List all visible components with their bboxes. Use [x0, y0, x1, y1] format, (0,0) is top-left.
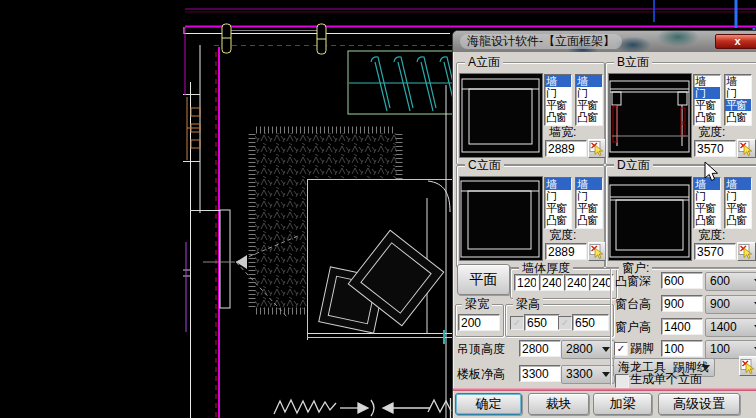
- wall-thickness-input-2[interactable]: [539, 274, 564, 291]
- elevation-b-preview[interactable]: [608, 73, 692, 158]
- list-item-wall[interactable]: 墙: [545, 178, 571, 190]
- pick-on-screen-icon: [738, 244, 753, 259]
- list-item-door[interactable]: 门: [694, 190, 720, 202]
- elevation-d-width-label: 宽度:: [698, 229, 725, 242]
- bay-depth-combo[interactable]: 600: [705, 272, 756, 291]
- elevation-c-left-wall-list[interactable]: 墙 门 平窗 凸窗: [544, 177, 572, 229]
- elevation-d-preview[interactable]: [608, 176, 692, 261]
- pick-on-screen-icon: [589, 244, 604, 259]
- elevation-c-right-wall-list[interactable]: 墙 门 平窗 凸窗: [575, 177, 603, 229]
- close-button[interactable]: x: [715, 34, 756, 49]
- pick-on-screen-icon: [740, 359, 755, 374]
- elevation-b-pick-button[interactable]: [737, 139, 756, 158]
- list-item-bay-window[interactable]: 凸窗: [694, 214, 720, 226]
- list-item-door[interactable]: 门: [545, 87, 571, 99]
- list-item-flat-window[interactable]: 平窗: [725, 99, 751, 111]
- ceiling-height-combo[interactable]: 2800: [561, 340, 615, 359]
- list-item-flat-window[interactable]: 平窗: [576, 99, 602, 111]
- elevation-c-group: C立面 墙 门 平窗 凸窗 墙 门 平窗 凸窗 宽度:: [456, 165, 605, 268]
- list-item-flat-window[interactable]: 平窗: [725, 202, 751, 214]
- add-beam-button[interactable]: 加梁: [593, 393, 652, 415]
- list-item-bay-window[interactable]: 凸窗: [725, 111, 751, 123]
- elevation-b-right-wall-list[interactable]: 墙 门 平窗 凸窗: [724, 74, 752, 126]
- wall-thickness-input-3[interactable]: [564, 274, 589, 291]
- single-elevation-label: 生成单个立面: [630, 373, 702, 386]
- elevation-c-preview[interactable]: [459, 176, 543, 261]
- app-screen: { "window": { "title": "海龍设计软件-【立面框架】", …: [0, 0, 756, 418]
- list-item-flat-window[interactable]: 平窗: [545, 202, 571, 214]
- ok-button[interactable]: 确定: [455, 393, 522, 415]
- list-item-flat-window[interactable]: 平窗: [694, 99, 720, 111]
- elevation-d-right-wall-list[interactable]: 墙 门 平窗 凸窗: [724, 177, 752, 229]
- elevation-c-label: C立面: [465, 159, 504, 172]
- sill-height-combo[interactable]: 900: [705, 295, 756, 314]
- beam-width-input[interactable]: [458, 314, 500, 331]
- advanced-settings-button[interactable]: 高级设置: [658, 393, 740, 415]
- list-item-wall[interactable]: 墙: [694, 178, 720, 190]
- single-elevation-checkbox[interactable]: ✓: [615, 374, 629, 388]
- list-item-bay-window[interactable]: 凸窗: [576, 214, 602, 226]
- tool-pick-button[interactable]: [739, 356, 756, 376]
- list-item-wall[interactable]: 墙: [725, 178, 751, 190]
- list-item-flat-window[interactable]: 平窗: [694, 202, 720, 214]
- list-item-bay-window[interactable]: 凸窗: [545, 111, 571, 123]
- skirting-label: 踢脚: [630, 342, 654, 355]
- dialog-titlebar[interactable]: 海龍设计软件-【立面框架】 x: [453, 31, 756, 52]
- beam-height-input-1[interactable]: [524, 314, 560, 331]
- pick-on-screen-icon: [738, 141, 753, 156]
- elevation-a-preview[interactable]: [459, 73, 543, 158]
- elevation-a-label: A立面: [465, 56, 503, 69]
- list-item-wall[interactable]: 墙: [694, 75, 720, 87]
- skirting-input[interactable]: [661, 340, 703, 357]
- skirting-checkbox[interactable]: ✓: [614, 342, 628, 356]
- ceiling-height-input[interactable]: [519, 340, 561, 357]
- list-item-flat-window[interactable]: 平窗: [576, 202, 602, 214]
- elevation-a-width-input[interactable]: [545, 140, 587, 157]
- elevation-a-left-wall-list[interactable]: 墙 门 平窗 凸窗: [544, 74, 572, 126]
- crop-block-button[interactable]: 裁块: [528, 393, 589, 415]
- beam-height-input-2[interactable]: [572, 314, 609, 331]
- list-item-wall[interactable]: 墙: [545, 75, 571, 87]
- floor-height-input[interactable]: [519, 365, 561, 382]
- elevation-d-width-input[interactable]: [694, 243, 736, 260]
- chevron-down-icon: [602, 347, 610, 356]
- elevation-d-pick-button[interactable]: [737, 242, 756, 261]
- list-item-door[interactable]: 门: [545, 190, 571, 202]
- list-item-door[interactable]: 门: [725, 190, 751, 202]
- wall-thickness-input-1[interactable]: [514, 274, 539, 291]
- elevation-d-left-wall-list[interactable]: 墙 门 平窗 凸窗: [693, 177, 721, 229]
- window-height-label: 窗户高: [615, 321, 651, 334]
- window-height-combo[interactable]: 1400: [705, 318, 756, 337]
- list-item-door[interactable]: 门: [694, 87, 720, 99]
- window-height-input[interactable]: [661, 318, 703, 335]
- list-item-door[interactable]: 门: [576, 190, 602, 202]
- elevation-b-width-input[interactable]: [694, 140, 736, 157]
- list-item-wall[interactable]: 墙: [725, 75, 751, 87]
- sill-height-input[interactable]: [661, 295, 703, 312]
- list-item-door[interactable]: 门: [576, 87, 602, 99]
- chevron-down-icon: [602, 372, 610, 381]
- list-item-bay-window[interactable]: 凸窗: [694, 111, 720, 123]
- sill-height-label: 窗台高: [615, 298, 651, 311]
- beam-height-label: 梁高: [513, 298, 543, 311]
- elevation-a-right-wall-list[interactable]: 墙 门 平窗 凸窗: [575, 74, 603, 126]
- elevation-b-left-wall-list[interactable]: 墙 门 平窗 凸窗: [693, 74, 721, 126]
- list-item-wall[interactable]: 墙: [576, 75, 602, 87]
- elevation-c-width-input[interactable]: [545, 243, 587, 260]
- list-item-wall[interactable]: 墙: [576, 178, 602, 190]
- plan-view-button[interactable]: 平面: [457, 264, 510, 295]
- floor-height-combo[interactable]: 3300: [561, 365, 615, 384]
- elevation-b-group: B立面 墙 门 平窗 凸窗 墙 门 平窗 凸窗 宽度:: [605, 62, 756, 165]
- list-item-flat-window[interactable]: 平窗: [545, 99, 571, 111]
- beam-height-checkbox-2[interactable]: ✓: [558, 316, 572, 330]
- list-item-bay-window[interactable]: 凸窗: [576, 111, 602, 123]
- beam-height-checkbox-1[interactable]: ✓: [510, 316, 524, 330]
- beam-width-label: 梁宽: [462, 298, 492, 311]
- list-item-bay-window[interactable]: 凸窗: [725, 214, 751, 226]
- dialog-title: 海龍设计软件-【立面框架】: [460, 34, 622, 49]
- list-item-bay-window[interactable]: 凸窗: [545, 214, 571, 226]
- bay-depth-input[interactable]: [661, 272, 703, 289]
- list-item-door[interactable]: 门: [725, 87, 751, 99]
- close-icon: x: [734, 35, 740, 47]
- chevron-down-icon: [702, 365, 710, 374]
